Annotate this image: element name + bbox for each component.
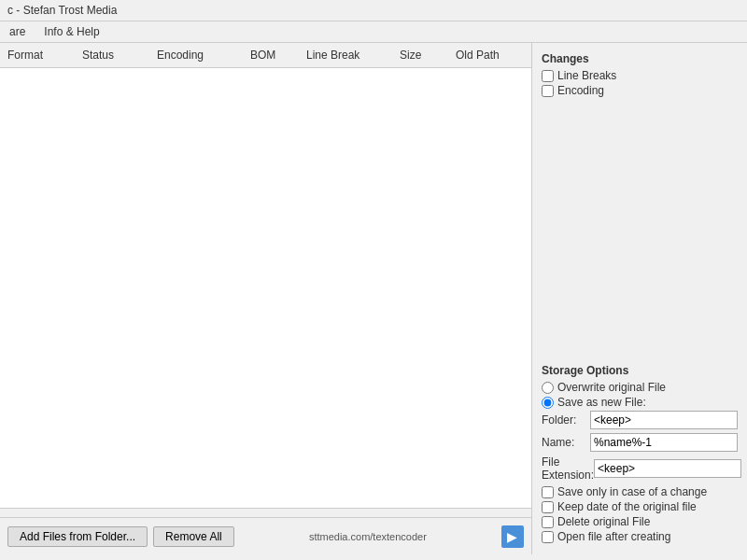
delete-orig-checkbox[interactable] bbox=[542, 516, 554, 528]
open-file-label: Open file after creating bbox=[557, 530, 670, 543]
go-button[interactable]: ▶ bbox=[501, 525, 524, 548]
col-header-encoding: Encoding bbox=[149, 47, 243, 63]
folder-input[interactable] bbox=[590, 411, 738, 429]
title-bar: c - Stefan Trost Media bbox=[0, 0, 747, 21]
encoding-label: Encoding bbox=[557, 84, 604, 97]
main-container: Format Status Encoding BOM Line Break Si… bbox=[0, 43, 747, 554]
storage-options-title: Storage Options bbox=[542, 364, 738, 377]
file-ext-row: File Extension: bbox=[542, 455, 738, 482]
name-label: Name: bbox=[542, 436, 590, 449]
save-only-row: Save only in case of a change bbox=[542, 485, 738, 498]
encoding-row: Encoding bbox=[542, 84, 738, 97]
folder-row: Folder: bbox=[542, 411, 738, 429]
spacer bbox=[542, 106, 738, 357]
line-breaks-checkbox[interactable] bbox=[542, 70, 554, 82]
encoding-checkbox[interactable] bbox=[542, 85, 554, 97]
bottom-bar: Add Files from Folder... Remove All sttm… bbox=[0, 517, 531, 554]
col-header-format: Format bbox=[0, 47, 75, 63]
save-only-label: Save only in case of a change bbox=[557, 485, 707, 498]
keep-date-row: Keep date of the original file bbox=[542, 500, 738, 513]
add-files-button[interactable]: Add Files from Folder... bbox=[7, 526, 148, 547]
delete-orig-label: Delete original File bbox=[557, 515, 650, 528]
changes-section: Changes Line Breaks Encoding bbox=[542, 52, 738, 99]
file-list-area bbox=[0, 68, 531, 508]
save-as-new-row: Save as new File: bbox=[542, 396, 738, 409]
keep-date-label: Keep date of the original file bbox=[557, 500, 697, 513]
col-header-oldpath: Old Path bbox=[448, 47, 531, 63]
col-header-linebreak: Line Break bbox=[299, 47, 392, 63]
website-text: sttmedia.com/textencoder bbox=[309, 531, 427, 542]
menu-item-are[interactable]: are bbox=[4, 23, 31, 40]
table-header: Format Status Encoding BOM Line Break Si… bbox=[0, 43, 531, 68]
menu-item-info-help[interactable]: Info & Help bbox=[38, 23, 105, 40]
save-only-checkbox[interactable] bbox=[542, 486, 554, 498]
delete-orig-row: Delete original File bbox=[542, 515, 738, 528]
col-header-size: Size bbox=[392, 47, 448, 63]
menu-bar: are Info & Help bbox=[0, 21, 747, 43]
right-panel: Changes Line Breaks Encoding Storage Opt… bbox=[532, 43, 747, 554]
overwrite-radio[interactable] bbox=[542, 382, 554, 394]
open-file-checkbox[interactable] bbox=[542, 531, 554, 543]
storage-options-section: Storage Options Overwrite original File … bbox=[542, 364, 738, 545]
save-as-new-radio[interactable] bbox=[542, 397, 554, 409]
overwrite-row: Overwrite original File bbox=[542, 381, 738, 394]
file-ext-input[interactable] bbox=[594, 459, 741, 478]
save-as-new-label: Save as new File: bbox=[557, 396, 646, 409]
keep-date-checkbox[interactable] bbox=[542, 501, 554, 513]
name-row: Name: bbox=[542, 433, 738, 452]
bottom-left-buttons: Add Files from Folder... Remove All bbox=[7, 526, 234, 547]
file-ext-label: File Extension: bbox=[542, 455, 594, 482]
title-text: c - Stefan Trost Media bbox=[7, 4, 117, 17]
name-input[interactable] bbox=[590, 433, 738, 452]
line-breaks-label: Line Breaks bbox=[557, 69, 616, 82]
remove-all-button[interactable]: Remove All bbox=[153, 526, 234, 547]
col-header-status: Status bbox=[75, 47, 149, 63]
changes-title: Changes bbox=[542, 52, 738, 65]
open-file-row: Open file after creating bbox=[542, 530, 738, 543]
left-panel: Format Status Encoding BOM Line Break Si… bbox=[0, 43, 532, 554]
line-breaks-row: Line Breaks bbox=[542, 69, 738, 82]
overwrite-label: Overwrite original File bbox=[557, 381, 666, 394]
folder-label: Folder: bbox=[542, 413, 590, 427]
go-arrow-icon: ▶ bbox=[507, 529, 517, 544]
col-header-bom: BOM bbox=[243, 47, 299, 63]
horizontal-scrollbar[interactable] bbox=[0, 508, 531, 517]
